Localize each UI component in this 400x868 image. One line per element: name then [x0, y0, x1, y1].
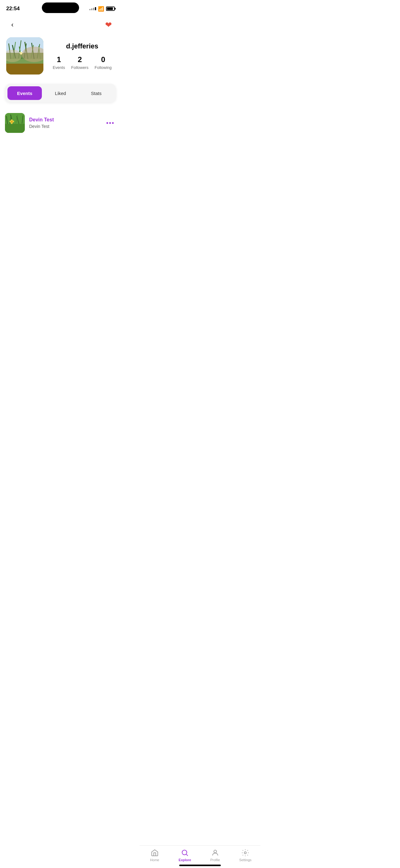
- status-icons: 📶: [89, 6, 115, 12]
- battery-icon: [106, 6, 115, 11]
- svg-point-16: [21, 51, 22, 53]
- svg-point-33: [13, 121, 14, 122]
- profile-section: d.jefferies 1 Events 2 Followers 0 Follo…: [0, 34, 121, 81]
- profile-username: d.jefferies: [49, 42, 115, 50]
- event-subtitle: Devin Test: [29, 124, 100, 129]
- more-dots-icon: •••: [106, 120, 114, 127]
- events-label: Events: [53, 65, 65, 70]
- header: ‹ ❤: [0, 16, 121, 34]
- stat-events[interactable]: 1 Events: [53, 55, 65, 70]
- svg-point-34: [11, 123, 13, 124]
- followers-label: Followers: [71, 65, 89, 70]
- stat-followers[interactable]: 2 Followers: [71, 55, 89, 70]
- list-item: Devin Test Devin Test •••: [5, 109, 116, 136]
- wifi-icon: 📶: [98, 6, 104, 12]
- event-list: Devin Test Devin Test •••: [0, 105, 121, 140]
- tab-stats[interactable]: Stats: [79, 86, 113, 100]
- tab-container: Events Liked Stats: [5, 84, 116, 102]
- followers-count: 2: [78, 55, 82, 64]
- svg-point-35: [11, 121, 13, 123]
- dynamic-island: [42, 2, 79, 13]
- avatar: [6, 37, 43, 74]
- svg-point-32: [10, 121, 11, 122]
- tab-liked[interactable]: Liked: [43, 86, 77, 100]
- following-count: 0: [101, 55, 105, 64]
- stat-following[interactable]: 0 Following: [95, 55, 112, 70]
- tab-events[interactable]: Events: [7, 86, 42, 100]
- svg-rect-23: [5, 124, 25, 133]
- events-count: 1: [57, 55, 61, 64]
- tab-bar: Events Liked Stats: [7, 86, 113, 100]
- back-button[interactable]: ‹: [6, 19, 19, 31]
- following-label: Following: [95, 65, 112, 70]
- event-info: Devin Test Devin Test: [29, 117, 100, 129]
- svg-point-31: [11, 120, 13, 121]
- event-more-button[interactable]: •••: [105, 117, 116, 128]
- stats-row: 1 Events 2 Followers 0 Following: [49, 55, 115, 70]
- avatar-image: [6, 37, 43, 74]
- profile-stats: d.jefferies 1 Events 2 Followers 0 Follo…: [49, 42, 115, 70]
- event-thumbnail: [5, 113, 25, 133]
- status-time: 22:54: [6, 6, 20, 12]
- back-arrow-icon: ‹: [11, 21, 13, 29]
- status-bar: 22:54 📶: [0, 0, 121, 16]
- heart-icon: ❤: [105, 20, 112, 30]
- event-title: Devin Test: [29, 117, 100, 123]
- signal-icon: [89, 7, 96, 10]
- favorite-button[interactable]: ❤: [102, 19, 115, 31]
